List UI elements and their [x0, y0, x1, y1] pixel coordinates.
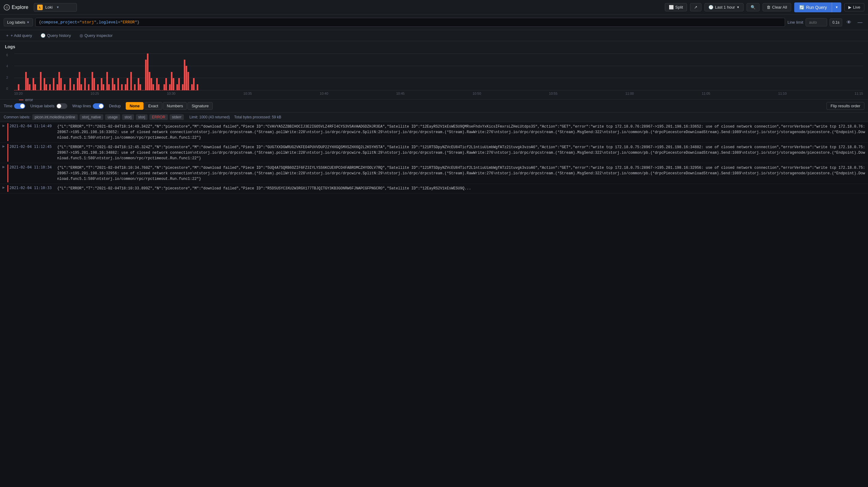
chart-bar [140, 84, 141, 90]
log-level-bar [7, 185, 8, 192]
search-button[interactable]: 🔍 [747, 3, 760, 11]
chart-bar [163, 84, 165, 90]
log-row[interactable]: ▶ 2021-02-04 11:10:34 {"L":"ERROR","T":"… [0, 163, 868, 184]
log-row[interactable]: ▶ 2021-02-04 11:14:49 {"L":"ERROR","T":"… [0, 122, 868, 143]
chart-bar [18, 84, 19, 90]
chart-bar [165, 78, 167, 90]
chart-bar [180, 90, 182, 90]
chart-bar [47, 90, 49, 90]
log-level-bar [7, 123, 8, 141]
sync-icon: 🔄 [799, 5, 804, 10]
chart-bar [66, 90, 67, 90]
share-button[interactable]: ↗ [690, 3, 702, 11]
run-query-main[interactable]: 🔄 Run Query [794, 3, 832, 12]
trash-icon: 🗑 [767, 5, 771, 9]
log-expand-icon[interactable]: ▶ [0, 164, 7, 169]
label-badge-4[interactable]: storj [136, 114, 148, 120]
legend-error-label: error [25, 98, 33, 102]
chart-bar [62, 90, 64, 90]
line-limit-input[interactable] [806, 18, 827, 26]
chart-bar [112, 78, 114, 90]
chart-bar [130, 72, 132, 90]
wrap-lines-toggle[interactable] [93, 103, 104, 109]
run-query-dropdown[interactable]: ▼ [832, 2, 841, 12]
unique-labels-toggle[interactable] [56, 103, 67, 109]
chart-area [14, 54, 863, 90]
chart-bar [145, 60, 147, 90]
chart-bar [116, 90, 117, 90]
log-content: {"L":"ERROR","T":"2021-02-04T18:12:45.32… [57, 144, 868, 162]
app-title: Explore [12, 5, 28, 10]
chart-y-labels: 6 4 2 0 [0, 54, 9, 90]
chart-bar [104, 90, 106, 90]
chart-bar [71, 90, 73, 90]
chevron-down-icon: ▼ [835, 5, 838, 9]
chart-bar [195, 90, 196, 90]
add-query-button[interactable]: + + Add query [4, 32, 34, 39]
plus-icon: + [6, 33, 9, 38]
chart-legend: error [5, 96, 863, 104]
chart-bar [117, 78, 119, 90]
y-label-0: 0 [6, 87, 8, 90]
log-row[interactable]: ▶ 2021-02-04 11:10:33 {"L":"ERROR","T":"… [0, 184, 868, 193]
chart-bar [160, 90, 161, 90]
run-query-button[interactable]: 🔄 Run Query ▼ [794, 2, 842, 12]
label-badge-5[interactable]: ERROR [149, 114, 167, 120]
chart-bar [31, 90, 32, 90]
label-badge-6[interactable]: stderr [170, 114, 184, 120]
chart-bar [75, 90, 76, 90]
query-input-display[interactable]: {compose_project="storj",loglevel="ERROR… [35, 18, 785, 27]
log-labels-button[interactable]: Log labels ▼ [4, 18, 33, 26]
label-badge-0[interactable]: picon.int.moledina.online [32, 114, 78, 120]
bytes-info: Total bytes processed: 59 kB [234, 115, 281, 119]
log-expand-icon[interactable]: ▶ [0, 144, 7, 148]
datasource-icon: L [37, 5, 43, 10]
query-history-button[interactable]: 🕐 Query history [38, 32, 73, 39]
time-interval: 0.1s [830, 19, 842, 26]
timerange-button[interactable]: 🕐 Last 1 hour ▼ [705, 3, 744, 11]
chart-bar [25, 72, 27, 90]
log-expand-icon[interactable]: ▶ [0, 123, 7, 127]
legend-error-dot [19, 100, 23, 100]
query-inspector-button[interactable]: ◎ Query inspector [77, 32, 115, 39]
clock-icon: 🕐 [709, 5, 713, 9]
chart-bar [95, 90, 97, 90]
limit-info: Limit: 1000 (43 returned) [189, 115, 229, 119]
share-icon: ↗ [694, 5, 698, 9]
chart-bar [103, 84, 104, 90]
chart-bar [175, 90, 176, 90]
chart-bar [97, 84, 99, 90]
label-badge-1[interactable]: storj_native [80, 114, 103, 120]
eye-button[interactable]: 👁 [845, 19, 853, 26]
live-button[interactable]: ▶ Live [844, 3, 864, 11]
log-expand-icon[interactable]: ▶ [0, 185, 7, 189]
chevron-down-icon: ▼ [56, 5, 59, 9]
label-badge-3[interactable]: storj [122, 114, 134, 120]
chart-bar [73, 84, 75, 90]
time-toggle[interactable] [14, 103, 25, 109]
datasource-selector[interactable]: L Loki ▼ [34, 3, 77, 12]
log-level-bar [7, 164, 8, 182]
chart-bar [23, 90, 25, 90]
chart-bar [99, 90, 100, 90]
chart-container: 6 4 2 0 10:20 10:25 10:30 10:35 10:40 10… [0, 51, 868, 100]
chart-bar [101, 78, 102, 90]
chart-bar [57, 84, 58, 90]
chart-bar [93, 78, 95, 90]
split-button[interactable]: ⬜ Split [665, 3, 687, 11]
label-badge-2[interactable]: usage [105, 114, 120, 120]
chart-bar [22, 90, 23, 90]
chart-bar [151, 78, 152, 90]
chart-bar [82, 90, 84, 90]
play-icon: ▶ [848, 5, 851, 9]
log-row[interactable]: ▶ 2021-02-04 11:12:45 {"L":"ERROR","T":"… [0, 143, 868, 163]
chart-bar [40, 72, 41, 90]
chart-bar [186, 66, 187, 90]
remove-query-button[interactable]: — [856, 19, 864, 26]
chart-bar [51, 90, 53, 90]
y-label-6: 6 [6, 54, 8, 57]
chart-bar [169, 84, 170, 90]
chart-bars [14, 54, 863, 90]
chart-bar [81, 84, 82, 90]
clear-all-button[interactable]: 🗑 Clear All [763, 3, 791, 11]
